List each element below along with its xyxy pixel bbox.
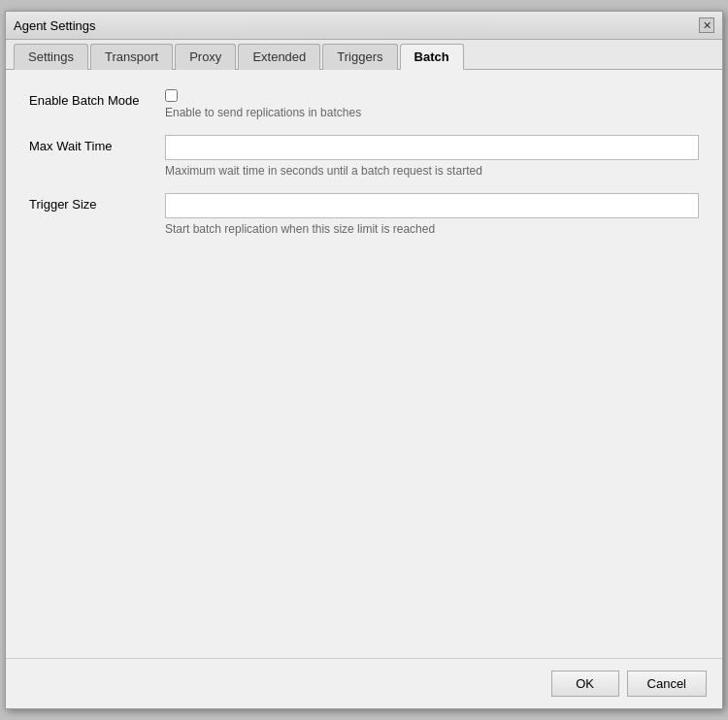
ok-button[interactable]: OK [551,671,619,697]
trigger-size-hint: Start batch replication when this size l… [165,222,699,236]
enable-batch-mode-group: Enable Batch Mode Enable to send replica… [29,89,699,119]
max-wait-time-input[interactable] [165,135,699,160]
enable-batch-mode-label: Enable Batch Mode [29,89,165,108]
enable-batch-mode-row: Enable Batch Mode Enable to send replica… [29,89,699,119]
enable-batch-mode-hint: Enable to send replications in batches [165,106,699,119]
trigger-size-input[interactable] [165,193,699,218]
max-wait-time-label: Max Wait Time [29,135,165,153]
tab-settings[interactable]: Settings [14,44,88,70]
max-wait-time-control: Maximum wait time in seconds until a bat… [165,135,699,178]
max-wait-time-hint: Maximum wait time in seconds until a bat… [165,164,699,178]
tab-extended[interactable]: Extended [238,44,320,70]
cancel-button[interactable]: Cancel [627,671,707,697]
trigger-size-group: Trigger Size Start batch replication whe… [29,193,699,236]
trigger-size-row: Trigger Size Start batch replication whe… [29,193,699,236]
footer: OK Cancel [6,658,722,708]
max-wait-time-group: Max Wait Time Maximum wait time in secon… [29,135,699,178]
form-content: Enable Batch Mode Enable to send replica… [6,70,722,658]
title-bar: Agent Settings ✕ [6,12,722,40]
close-button[interactable]: ✕ [699,17,714,33]
checkbox-row [165,89,699,102]
tab-transport[interactable]: Transport [90,44,173,70]
tab-bar: Settings Transport Proxy Extended Trigge… [6,40,722,70]
agent-settings-window: Agent Settings ✕ Settings Transport Prox… [5,11,723,709]
enable-batch-mode-checkbox[interactable] [165,89,178,102]
trigger-size-control: Start batch replication when this size l… [165,193,699,236]
tab-proxy[interactable]: Proxy [175,44,236,70]
enable-batch-mode-control: Enable to send replications in batches [165,89,699,119]
window-title: Agent Settings [14,18,96,33]
max-wait-time-row: Max Wait Time Maximum wait time in secon… [29,135,699,178]
tab-batch[interactable]: Batch [400,44,464,70]
trigger-size-label: Trigger Size [29,193,165,212]
tab-triggers[interactable]: Triggers [322,44,397,70]
